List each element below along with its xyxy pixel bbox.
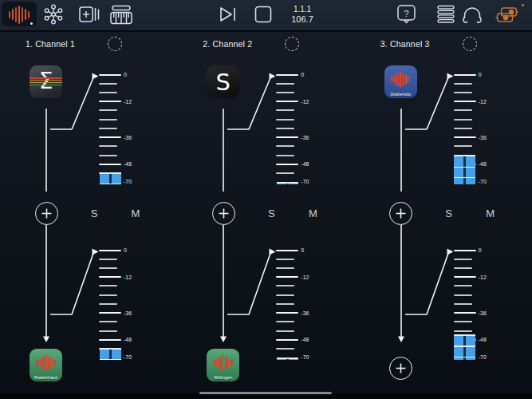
solo-button[interactable]: S [439,207,459,219]
add-node-button[interactable] [212,202,235,225]
meter-db-label: -48 [301,161,309,167]
meter-db-label: -48 [301,337,309,342]
meter-tick [454,303,472,305]
add-book-icon [79,5,100,24]
meter-tick [454,330,472,332]
meter-tick [276,119,294,120]
meter-db-label: -70 [479,354,487,360]
meter-tick [99,285,117,286]
audiobus-button[interactable] [494,2,519,27]
meter-tick [276,136,298,138]
channel-strip-1: 1. Channel 1 Σ 0-12-36-48-70 [0,32,177,393]
meter-tick [99,259,117,260]
meter-level-fill [277,182,298,184]
output-app-label: Wittingen [207,375,239,380]
meter-tick [454,285,472,286]
meter-tick [276,128,294,129]
waveform-icon [207,354,239,371]
meter-db-label: 0 [479,247,482,253]
meter-tick [99,294,117,296]
meter-tick [99,330,117,332]
transport-readout[interactable]: 1.1.1 106.7 [282,2,323,27]
meter-db-label: -48 [479,337,487,342]
output-app-icon[interactable]: Rudelzhaus [30,349,62,381]
meter-level-fill [454,334,475,360]
stop-icon [254,6,272,23]
meter-tick [454,145,472,147]
meter-tick [276,155,294,156]
menu-button[interactable] [435,2,457,27]
meter-db-label: -12 [479,275,487,280]
plus-icon [396,363,406,373]
meter-tick [99,109,117,111]
waveform-icon [9,6,30,24]
source-app-icon-sigma[interactable]: Σ [30,65,62,98]
add-plugin-button[interactable] [77,2,101,27]
solo-button[interactable]: S [85,207,104,219]
meter-tick [454,101,476,102]
meter-tick [99,312,121,314]
meter-level-fill [100,348,121,360]
play-button[interactable] [215,2,241,27]
meter-tick [454,259,472,260]
meter-db-label: 0 [124,247,127,253]
help-button[interactable]: ? [395,2,417,27]
meter-tick [454,92,472,93]
meter-tick [276,250,298,251]
mute-button[interactable]: M [126,207,145,219]
mute-button[interactable]: M [303,207,322,219]
meter-tick [99,83,117,85]
top-toolbar: 1.1.1 106.7 ? [0,0,532,32]
home-indicator [199,392,332,395]
source-app-icon-s[interactable]: S [207,65,239,98]
bottom-strip [0,393,532,399]
routing-nodes-button[interactable] [41,2,65,27]
meter-tick [454,136,476,138]
piano-keys-icon [110,5,132,25]
add-node-button[interactable] [389,202,412,225]
solo-button[interactable]: S [262,207,281,219]
meter-tick [276,330,294,332]
help-bubble-icon: ? [396,4,416,25]
add-output-button[interactable] [389,357,412,380]
meter-tick [276,339,298,341]
meter-db-label: -70 [301,179,309,184]
meter-db-label: -12 [124,275,132,280]
add-node-button[interactable] [35,202,58,225]
meter-tick [99,74,121,76]
meter-db-label: -48 [479,161,487,167]
channel-strip-3: 3. Channel 3 Grattersdo 0-12-36-48-70 [355,32,532,393]
stop-button[interactable] [252,2,274,27]
meter-tick [276,101,298,102]
meter-tick [99,145,117,147]
source-app-label: Grattersdo [384,92,417,97]
meter-tick [276,74,298,76]
midi-keyboard-button[interactable] [109,2,133,27]
meter-level-fill [100,172,121,184]
level-meter-upper: 0-12-36-48-70 [276,73,325,187]
mute-button[interactable]: M [481,207,500,219]
mixer-waveform-button[interactable] [3,2,35,27]
meter-tick [454,83,472,85]
meter-tick [454,128,472,129]
source-app-icon[interactable]: Grattersdo [384,65,417,98]
play-icon [219,6,237,22]
meter-db-label: -36 [479,310,487,316]
level-meter-upper: 0-12-36-48-70 [99,73,148,187]
output-app-label: Rudelzhaus [30,375,62,380]
headphones-icon [462,5,483,25]
node-graph-icon [43,4,64,25]
meter-tick [276,92,294,93]
meter-tick [276,348,294,350]
level-meter-lower: 0-12-36-48-70 [276,249,325,362]
level-meter-upper: 0-12-36-48-70 [454,73,503,187]
meter-tick [454,321,472,322]
meter-db-label: 0 [301,247,304,253]
menu-lines-icon [436,5,455,24]
meter-db-label: -36 [124,310,132,316]
meter-tick [276,285,294,286]
waveform-icon [30,354,62,371]
song-position: 1.1.1 [291,5,313,14]
output-app-icon[interactable]: Wittingen [207,349,239,381]
monitor-button[interactable] [460,2,484,27]
